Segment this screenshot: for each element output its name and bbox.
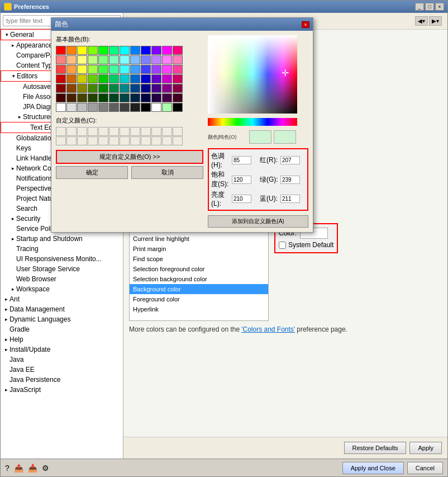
forward-button[interactable]: ▶▾	[429, 16, 442, 26]
restore-defaults-button[interactable]: Restore Defaults	[344, 442, 407, 454]
color-cell-4[interactable]	[98, 46, 108, 55]
color-cell-25[interactable]	[66, 65, 77, 74]
sidebar-item-ui-responsiveness[interactable]: UI Responsiveness Monito...	[1, 254, 123, 264]
color-cell-77[interactable]	[109, 103, 119, 112]
color-cell-71[interactable]	[173, 93, 183, 102]
green-input[interactable]	[280, 176, 300, 184]
sidebar-item-dynamic-lang[interactable]: ▸ Dynamic Languages	[1, 314, 123, 324]
color-cell-6[interactable]	[120, 46, 130, 55]
color-cell-1[interactable]	[66, 46, 77, 55]
color-cell-9[interactable]	[151, 46, 161, 55]
dialog-cancel-button[interactable]: 取消	[131, 166, 203, 179]
hue-canvas[interactable]	[208, 118, 297, 126]
custom-color-cell-8[interactable]	[141, 127, 151, 136]
color-cell-83[interactable]	[173, 103, 183, 112]
color-cell-11[interactable]	[173, 46, 183, 55]
color-cell-13[interactable]	[66, 55, 77, 64]
brightness-input[interactable]	[232, 195, 251, 203]
custom-color-cell-18[interactable]	[120, 136, 130, 145]
color-cell-5[interactable]	[109, 46, 119, 55]
color-dialog-close-button[interactable]: ×	[302, 21, 309, 28]
color-cell-72[interactable]	[56, 103, 66, 112]
color-cell-31[interactable]	[130, 65, 140, 74]
color-cell-48[interactable]	[56, 84, 66, 93]
color-cell-69[interactable]	[151, 93, 161, 102]
color-cell-29[interactable]	[109, 65, 119, 74]
color-item-print-margin[interactable]: Print margin	[130, 244, 268, 254]
sidebar-item-java-persistence[interactable]: Java Persistence	[1, 375, 123, 385]
sidebar-item-tracing[interactable]: Tracing	[1, 244, 123, 254]
custom-color-cell-20[interactable]	[141, 136, 151, 145]
color-cell-79[interactable]	[130, 103, 140, 112]
dialog-ok-button[interactable]: 确定	[56, 166, 128, 179]
sidebar-item-gradle[interactable]: Gradle	[1, 324, 123, 334]
color-cell-3[interactable]	[88, 46, 98, 55]
minimize-button[interactable]: _	[415, 3, 424, 11]
color-cell-21[interactable]	[151, 55, 161, 64]
color-cell-30[interactable]	[120, 65, 130, 74]
export-icon[interactable]: 📤	[14, 464, 23, 473]
color-cell-76[interactable]	[98, 103, 108, 112]
color-cell-26[interactable]	[77, 65, 87, 74]
custom-color-cell-5[interactable]	[109, 127, 119, 136]
color-cell-64[interactable]	[98, 93, 108, 102]
custom-color-cell-4[interactable]	[98, 127, 108, 136]
red-input[interactable]	[280, 156, 300, 164]
sidebar-item-web-browser[interactable]: Web Browser	[1, 274, 123, 284]
color-cell-58[interactable]	[162, 84, 172, 93]
color-cell-41[interactable]	[109, 74, 119, 83]
sidebar-item-javascript[interactable]: ▸ JavaScript	[1, 385, 123, 395]
color-cell-75[interactable]	[88, 103, 98, 112]
color-cell-42[interactable]	[120, 74, 130, 83]
custom-color-cell-16[interactable]	[98, 136, 108, 145]
color-cell-45[interactable]	[151, 74, 161, 83]
color-cell-59[interactable]	[173, 84, 183, 93]
color-item-current-line[interactable]: Current line highlight	[130, 234, 268, 244]
saturation-input[interactable]	[232, 176, 251, 184]
custom-color-cell-14[interactable]	[77, 136, 87, 145]
color-cell-49[interactable]	[66, 84, 77, 93]
color-cell-73[interactable]	[66, 103, 77, 112]
custom-color-cell-19[interactable]	[130, 136, 140, 145]
color-cell-19[interactable]	[130, 55, 140, 64]
custom-color-cell-15[interactable]	[88, 136, 98, 145]
custom-color-cell-11[interactable]	[173, 127, 183, 136]
custom-color-cell-0[interactable]	[56, 127, 66, 136]
color-cell-67[interactable]	[130, 93, 140, 102]
color-cell-44[interactable]	[141, 74, 151, 83]
cancel-button[interactable]: Cancel	[407, 462, 443, 474]
custom-color-cell-22[interactable]	[162, 136, 172, 145]
color-cell-39[interactable]	[88, 74, 98, 83]
color-cell-33[interactable]	[151, 65, 161, 74]
color-item-find-scope[interactable]: Find scope	[130, 254, 268, 264]
sidebar-item-startup[interactable]: ▸ Startup and Shutdown	[1, 234, 123, 244]
color-cell-12[interactable]	[56, 55, 66, 64]
color-cell-27[interactable]	[88, 65, 98, 74]
custom-color-cell-6[interactable]	[120, 127, 130, 136]
color-cell-22[interactable]	[162, 55, 172, 64]
custom-color-cell-7[interactable]	[130, 127, 140, 136]
custom-color-cell-17[interactable]	[109, 136, 119, 145]
custom-color-cell-3[interactable]	[88, 127, 98, 136]
custom-color-cell-23[interactable]	[173, 136, 183, 145]
color-cell-63[interactable]	[88, 93, 98, 102]
custom-color-cell-9[interactable]	[151, 127, 161, 136]
color-cell-81[interactable]	[151, 103, 161, 112]
color-cell-20[interactable]	[141, 55, 151, 64]
sidebar-item-java-ee[interactable]: Java EE	[1, 365, 123, 375]
color-cell-28[interactable]	[98, 65, 108, 74]
colors-fonts-link[interactable]: 'Colors and Fonts'	[241, 325, 295, 333]
color-cell-54[interactable]	[120, 84, 130, 93]
back-button[interactable]: ◀▾	[415, 16, 428, 26]
custom-color-cell-10[interactable]	[162, 127, 172, 136]
system-default-checkbox[interactable]	[279, 242, 286, 249]
sidebar-item-user-storage[interactable]: User Storage Service	[1, 264, 123, 274]
color-cell-47[interactable]	[173, 74, 183, 83]
color-cell-70[interactable]	[162, 93, 172, 102]
color-cell-24[interactable]	[56, 65, 66, 74]
color-cell-66[interactable]	[120, 93, 130, 102]
color-cell-15[interactable]	[88, 55, 98, 64]
color-cell-36[interactable]	[56, 74, 66, 83]
color-cell-62[interactable]	[77, 93, 87, 102]
help-icon[interactable]: ?	[5, 464, 9, 473]
